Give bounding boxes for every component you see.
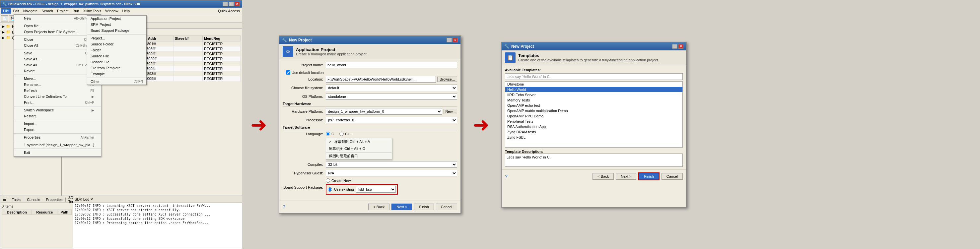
dialog3-next-button[interactable]: Next > [616, 173, 636, 180]
dialog2-minimize[interactable]: _ [447, 38, 452, 43]
os-platform-select[interactable]: standalone [326, 93, 457, 100]
new-tool-button[interactable]: 📄 [1, 15, 8, 22]
log-line: 17:09:12 INFO : Successfully done settin… [75, 217, 240, 221]
template-item[interactable]: Peripheral Tests [505, 119, 682, 124]
template-item[interactable]: OpenAMP matrix multiplication Demo [505, 108, 682, 113]
menu-file[interactable]: File [1, 8, 11, 14]
submenu-spm-project[interactable]: SPM Project [87, 22, 146, 27]
dialog3-title-icon: 🔧 [504, 44, 509, 49]
hypervisor-select[interactable]: N/A [326, 170, 457, 176]
new-hw-platform-button[interactable]: New... [444, 109, 457, 114]
submenu-source-file[interactable]: Source File [87, 53, 146, 59]
tab-console[interactable]: Console [24, 198, 43, 201]
dialog3-close[interactable]: ✕ [678, 44, 683, 49]
menu-search[interactable]: Search [40, 8, 55, 14]
menu-import[interactable]: Import... [14, 121, 101, 127]
tab-tasks[interactable]: Tasks [9, 198, 24, 201]
template-item[interactable]: RSA Authentication App [505, 124, 682, 129]
context-menu-item-hide[interactable]: 截图时隐藏前窗口 [326, 152, 392, 160]
menu-convert[interactable]: Convert Line Delimiters To▶ [14, 94, 101, 100]
template-item[interactable]: Zynq FSBL [505, 135, 682, 140]
dialog2-cancel-button[interactable]: Cancel [436, 204, 457, 210]
cpp-label: C++ [345, 132, 352, 136]
template-item[interactable]: OpenAMP RPC Demo [505, 113, 682, 119]
project-name-input[interactable] [326, 62, 457, 68]
menu-restart[interactable]: Restart [14, 113, 101, 119]
menu-new[interactable]: New Alt+Shift+N ▶ Application Project SP… [14, 15, 101, 21]
template-item[interactable]: Dhrystone [505, 82, 682, 87]
dialog3-cancel-button[interactable]: Cancel [662, 173, 683, 180]
menu-switch-workspace[interactable]: Switch Workspace▶ [14, 107, 101, 113]
expand-icon2: ▶ [2, 30, 5, 34]
submenu-application-project[interactable]: Application Project [87, 16, 146, 22]
dialog2-next-button[interactable]: Next > [391, 204, 412, 210]
folder-icon2: 📁 [6, 30, 11, 34]
maximize-button[interactable]: □ [229, 2, 234, 6]
create-new-radio[interactable] [326, 178, 330, 183]
menu-recent-file[interactable]: 1 system.hdf [design_1_wrapper_hw_pla...… [14, 142, 101, 148]
submenu-folder[interactable]: Folder [87, 47, 146, 53]
menu-project[interactable]: Project [55, 8, 70, 14]
menu-edit[interactable]: Edit [11, 8, 21, 14]
filesystem-select[interactable]: default [326, 84, 457, 91]
cpp-radio[interactable] [339, 132, 344, 136]
menu-help[interactable]: Help [120, 8, 132, 14]
bsp-options: Create New Use existing fsbl_bsp [326, 178, 398, 196]
template-item[interactable]: OpenAMP echo-test [505, 103, 682, 108]
menu-export[interactable]: Export... [14, 127, 101, 133]
menu-print[interactable]: Print...Ctrl+P [14, 100, 101, 105]
dialog3-minimize[interactable]: _ [672, 44, 678, 49]
minimize-button[interactable]: _ [223, 2, 228, 6]
menu-run[interactable]: Run [70, 8, 81, 14]
dialog2-finish-button[interactable]: Finish [414, 204, 434, 210]
table-cell: REGISTER [203, 76, 240, 81]
use-existing-label: Use existing [334, 187, 354, 191]
table-cell [173, 61, 202, 66]
menu-navigate[interactable]: Navigate [21, 8, 40, 14]
dialog3-help-button[interactable]: ? [505, 174, 508, 179]
context-menu-item-screenshot[interactable]: ✓ 屏幕截图 Ctrl + Alt + A [326, 138, 392, 145]
sdk-log-tab[interactable]: SDK Log ✕ [75, 197, 93, 201]
dialog3-finish-button[interactable]: Finish [639, 173, 659, 180]
bsp-existing-select[interactable]: fsbl_bsp [356, 186, 396, 193]
submenu-board-support[interactable]: Board Support Package [87, 27, 146, 33]
submenu-source-folder[interactable]: Source Folder [87, 41, 146, 47]
submenu-project[interactable]: Project... [87, 35, 146, 41]
dialog2-close[interactable]: ✕ [452, 38, 458, 43]
menu-refresh[interactable]: RefreshF5 [14, 87, 101, 94]
submenu-header-file[interactable]: Header File [87, 59, 146, 65]
template-item[interactable]: Zynq DRAM tests [505, 129, 682, 135]
tab-markers[interactable]: ☰ [0, 197, 9, 201]
browse-button[interactable]: Browse... [437, 76, 457, 82]
tab-properties[interactable]: Properties [43, 198, 65, 201]
language-row: Language: C C++ [283, 132, 457, 136]
template-item[interactable]: IIRD Echo Server [505, 92, 682, 97]
context-menu-item-recog[interactable]: 屏幕识图 Ctrl + Alt + O [326, 145, 392, 152]
menu-xilinx[interactable]: Xilinx Tools [81, 8, 103, 14]
submenu-file-from-template[interactable]: File from Template [87, 65, 146, 71]
menu-properties[interactable]: PropertiesAlt+Enter [14, 134, 101, 140]
submenu-other[interactable]: Other...Ctrl+N [87, 79, 146, 84]
processor-select[interactable]: ps7_cortexa9_0 [326, 117, 457, 123]
menu-window[interactable]: Window [103, 8, 120, 14]
location-input[interactable] [326, 76, 436, 82]
compiler-select[interactable]: 32-bit [326, 161, 457, 168]
dialog3-back-button[interactable]: < Back [592, 173, 614, 180]
template-item[interactable]: Memory Tests [505, 97, 682, 103]
dialog3-title-text: New Project [511, 44, 534, 49]
menu-section-recent: 1 system.hdf [design_1_wrapper_hw_pla...… [14, 141, 101, 149]
submenu-example[interactable]: Example [87, 71, 146, 77]
close-button[interactable]: ✕ [235, 2, 240, 6]
template-item[interactable]: Hello World [505, 87, 682, 92]
dialog2-back-button[interactable]: < Back [368, 204, 390, 210]
dialog2-help-button[interactable]: ? [283, 204, 285, 209]
dialog2-title-buttons: _ ✕ [447, 38, 458, 43]
hw-platform-select[interactable]: design_1_wrapper_hw_platform_0 [326, 108, 442, 115]
menu-exit[interactable]: Exit [14, 149, 101, 155]
use-existing-radio[interactable] [328, 187, 332, 192]
c-label: C [331, 132, 334, 136]
c-radio[interactable] [326, 132, 330, 136]
default-location-checkbox[interactable] [286, 70, 290, 75]
template-search-input[interactable] [505, 73, 683, 80]
default-location-label: Use default location [292, 71, 324, 75]
